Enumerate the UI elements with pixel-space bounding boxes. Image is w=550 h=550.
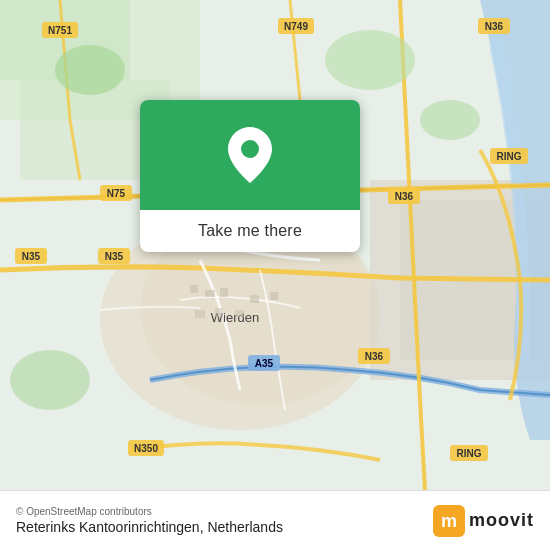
svg-rect-37 <box>190 285 198 293</box>
svg-rect-39 <box>220 288 228 297</box>
svg-rect-40 <box>250 295 259 303</box>
moovit-icon: m <box>433 505 465 537</box>
svg-rect-42 <box>195 310 205 318</box>
take-me-there-card[interactable]: Take me there <box>140 100 360 252</box>
svg-point-34 <box>325 30 415 90</box>
moovit-logo: m moovit <box>433 505 534 537</box>
osm-attribution: © OpenStreetMap contributors <box>16 506 283 517</box>
card-button-area[interactable]: Take me there <box>140 210 360 252</box>
take-me-there-button[interactable]: Take me there <box>198 222 302 240</box>
svg-rect-38 <box>205 290 215 297</box>
svg-text:N751: N751 <box>48 25 72 36</box>
card-green-area <box>140 100 360 210</box>
svg-point-36 <box>10 350 90 410</box>
svg-text:N350: N350 <box>134 443 158 454</box>
svg-text:N36: N36 <box>365 351 384 362</box>
place-name: Reterinks Kantoorinrichtingen, Netherlan… <box>16 519 283 535</box>
svg-point-35 <box>420 100 480 140</box>
svg-text:N35: N35 <box>22 251 41 262</box>
svg-rect-43 <box>215 308 223 317</box>
moovit-text: moovit <box>469 510 534 531</box>
svg-text:A35: A35 <box>255 358 274 369</box>
footer-left: © OpenStreetMap contributors Reterinks K… <box>16 506 283 535</box>
svg-text:N749: N749 <box>284 21 308 32</box>
svg-text:m: m <box>441 511 457 531</box>
svg-text:RING: RING <box>457 448 482 459</box>
svg-text:RING: RING <box>497 151 522 162</box>
svg-rect-44 <box>235 310 244 317</box>
svg-point-45 <box>241 140 259 158</box>
footer-bar: © OpenStreetMap contributors Reterinks K… <box>0 490 550 550</box>
location-pin-icon <box>228 127 272 183</box>
svg-text:N75: N75 <box>107 188 126 199</box>
svg-text:N36: N36 <box>485 21 504 32</box>
svg-rect-41 <box>270 292 278 300</box>
svg-point-33 <box>55 45 125 95</box>
svg-text:N36: N36 <box>395 191 414 202</box>
map-container: N751 N749 N36 N36 N36 N35 N35 N75 A35 N3… <box>0 0 550 490</box>
svg-text:N35: N35 <box>105 251 124 262</box>
